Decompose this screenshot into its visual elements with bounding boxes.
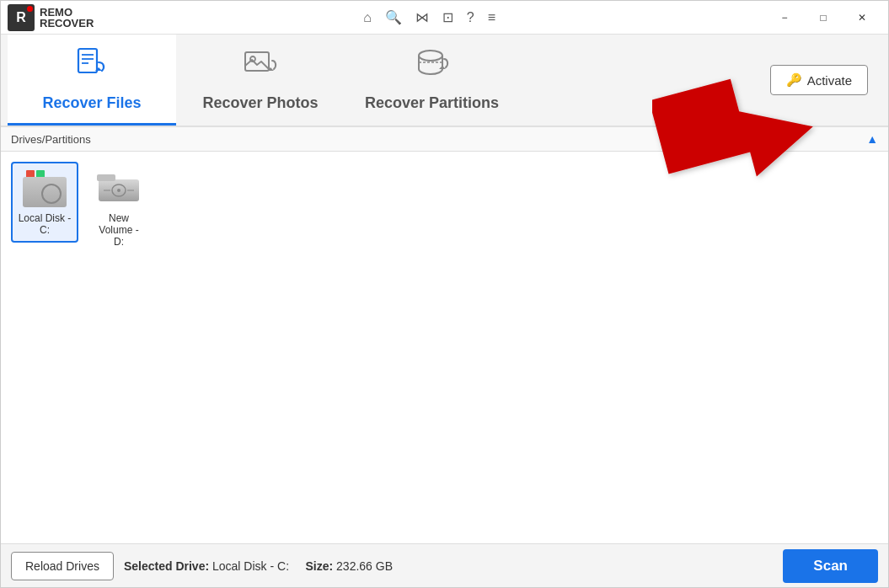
key-icon: 🔑 <box>786 72 802 88</box>
help-icon[interactable]: ? <box>467 11 474 24</box>
logo-dot <box>27 6 33 12</box>
nav-bar: Recover Files Recover Photos Recover Par <box>1 35 888 127</box>
drive-area: Local Disk - C: <box>1 152 888 265</box>
svg-point-10 <box>117 189 120 192</box>
svg-point-6 <box>419 51 442 61</box>
drive-item-c[interactable]: Local Disk - C: <box>11 162 78 243</box>
window-controls: − □ ✕ <box>765 4 881 31</box>
recover-files-icon <box>73 45 110 89</box>
drive-items: Local Disk - C: <box>11 162 878 254</box>
svg-rect-0 <box>78 49 97 72</box>
chevron-up-icon[interactable]: ▲ <box>866 132 878 146</box>
main-area: Drives/Partitions ▲ <box>1 127 888 588</box>
drive-item-d[interactable]: New Volume -D: <box>85 162 153 254</box>
recover-photos-icon <box>242 45 279 89</box>
drive-c-icon <box>21 168 68 209</box>
reload-drives-button[interactable]: Reload Drives <box>11 552 114 580</box>
drive-c-label: Local Disk - C: <box>18 212 72 236</box>
size-label: Size: <box>305 559 333 573</box>
drive-d-label: New Volume -D: <box>92 212 146 248</box>
app-name: REMO RECOVER <box>40 7 94 29</box>
content-area: Local Disk - C: <box>1 152 888 541</box>
activate-button[interactable]: 🔑 Activate <box>770 65 868 95</box>
recover-partitions-icon <box>414 45 451 89</box>
drive-d-icon <box>95 168 142 209</box>
scan-button[interactable]: Scan <box>783 549 878 583</box>
menu-icon[interactable]: ≡ <box>488 11 495 24</box>
section-header: Drives/Partitions ▲ <box>1 127 888 152</box>
bottom-bar: Reload Drives Selected Drive: Local Disk… <box>1 543 888 587</box>
minimize-button[interactable]: − <box>765 4 804 31</box>
tab-recover-photos[interactable]: Recover Photos <box>176 35 345 126</box>
close-button[interactable]: ✕ <box>843 4 881 31</box>
recover-partitions-label: Recover Partitions <box>365 94 499 112</box>
recover-files-label: Recover Files <box>42 94 141 112</box>
bookmark-icon[interactable]: ⊡ <box>442 11 453 24</box>
svg-rect-4 <box>245 52 269 71</box>
share-icon[interactable]: ⋈ <box>415 11 429 24</box>
search-icon[interactable]: 🔍 <box>385 11 402 24</box>
recover-photos-label: Recover Photos <box>202 94 318 112</box>
status-info: Selected Drive: Local Disk - C: Size: 23… <box>124 559 773 573</box>
toolbar-icons: ⌂ 🔍 ⋈ ⊡ ? ≡ <box>363 11 495 24</box>
size-value: 232.66 GB <box>336 559 393 573</box>
svg-rect-13 <box>97 174 115 181</box>
tab-recover-partitions[interactable]: Recover Partitions <box>345 35 519 126</box>
home-icon[interactable]: ⌂ <box>363 11 372 24</box>
app-logo <box>8 4 35 31</box>
logo-area: REMO RECOVER <box>8 4 94 31</box>
selected-drive-label: Selected Drive: <box>124 559 209 573</box>
tab-recover-files[interactable]: Recover Files <box>8 35 176 126</box>
maximize-button[interactable]: □ <box>804 4 843 31</box>
selected-drive-value: Local Disk - C: <box>212 559 289 573</box>
section-title: Drives/Partitions <box>11 133 91 146</box>
title-bar: REMO RECOVER ⌂ 🔍 ⋈ ⊡ ? ≡ − □ ✕ <box>1 1 888 35</box>
